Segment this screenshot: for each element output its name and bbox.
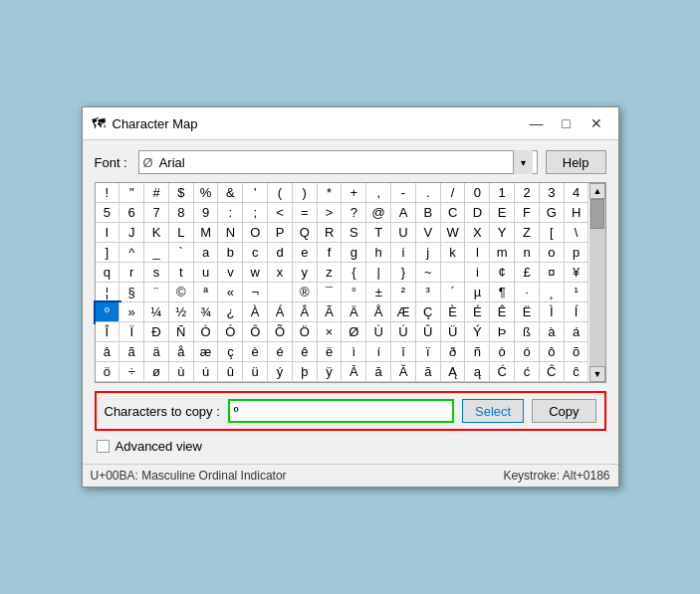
char-cell[interactable]: å [169,342,194,362]
char-cell[interactable]: z [318,263,343,283]
char-cell[interactable]: p [565,243,589,263]
char-cell[interactable]: Á [268,302,293,322]
char-cell[interactable]: ć [515,362,540,382]
scroll-down-button[interactable]: ▼ [589,366,605,382]
char-cell[interactable]: , [366,183,391,203]
char-cell[interactable]: Ò [194,322,219,342]
char-cell[interactable]: © [169,283,194,302]
char-cell[interactable]: ² [391,283,416,302]
char-cell[interactable]: Û [416,322,441,342]
char-cell[interactable]: ¾ [194,302,219,322]
char-cell[interactable]: i [391,243,416,263]
char-cell[interactable]: W [441,223,466,243]
char-cell[interactable]: ' [243,183,268,203]
char-cell[interactable]: L [169,223,194,243]
char-cell[interactable]: ð [441,342,466,362]
char-cell[interactable]: Ü [441,322,466,342]
char-cell[interactable]: c [243,243,268,263]
char-cell[interactable]: Ñ [169,322,194,342]
char-cell[interactable]: j [416,243,441,263]
char-cell[interactable]: Ą [441,362,466,382]
char-cell[interactable]: ï [416,342,441,362]
char-cell[interactable]: Ã [318,302,343,322]
char-cell[interactable]: . [416,183,441,203]
char-cell[interactable]: Ó [218,322,243,342]
char-cell[interactable]: 7 [144,203,169,223]
char-cell[interactable]: ´ [441,283,466,302]
char-cell[interactable]: ? [342,203,366,223]
char-cell[interactable]: @ [366,203,391,223]
char-cell[interactable]: m [490,243,515,263]
char-cell[interactable]: ` [169,243,194,263]
char-cell[interactable]: Ć [490,362,515,382]
char-cell[interactable]: 4 [565,183,589,203]
char-cell[interactable]: ~ [416,263,441,283]
char-cell[interactable]: µ [465,283,490,302]
char-cell[interactable]: $ [169,183,194,203]
scrollbar[interactable]: ▲ ▼ [589,183,605,382]
scroll-up-button[interactable]: ▲ [589,183,605,199]
char-cell[interactable]: 9 [194,203,219,223]
scroll-track[interactable] [590,199,605,366]
char-cell[interactable]: 5 [96,203,120,223]
char-cell[interactable]: ó [515,342,540,362]
char-cell[interactable]: Ú [391,322,416,342]
char-cell[interactable]: É [465,302,490,322]
char-cell[interactable]: S [342,223,366,243]
char-cell[interactable]: n [515,243,540,263]
char-cell[interactable]: U [391,223,416,243]
char-cell[interactable]: \ [565,223,589,243]
char-cell[interactable]: È [441,302,466,322]
char-cell[interactable]: _ [144,243,169,263]
char-cell[interactable]: Ë [515,302,540,322]
copy-input[interactable] [228,399,454,423]
char-cell[interactable]: ½ [169,302,194,322]
char-cell[interactable]: â [96,342,120,362]
char-cell[interactable]: ñ [465,342,490,362]
char-cell[interactable]: Î [96,322,120,342]
char-cell[interactable]: G [540,203,565,223]
char-cell[interactable]: 8 [169,203,194,223]
char-cell[interactable]: X [465,223,490,243]
char-cell[interactable]: t [169,263,194,283]
select-button[interactable]: Select [462,399,524,423]
char-cell[interactable]: í [366,342,391,362]
char-cell[interactable]: ā [366,362,391,382]
char-cell[interactable]: 6 [119,203,144,223]
char-cell[interactable]: Ç [416,302,441,322]
char-cell[interactable]: ß [515,322,540,342]
char-cell[interactable]: Õ [268,322,293,342]
char-cell[interactable]: < [268,203,293,223]
char-cell[interactable]: M [194,223,219,243]
char-cell[interactable]: ^ [119,243,144,263]
char-cell[interactable]: D [465,203,490,223]
char-cell[interactable]: ¥ [565,263,589,283]
char-cell[interactable]: à [540,322,565,342]
scroll-thumb[interactable] [590,199,604,229]
char-cell[interactable]: £ [515,263,540,283]
char-cell[interactable]: # [144,183,169,203]
advanced-view-checkbox[interactable] [97,440,110,453]
char-cell[interactable]: T [366,223,391,243]
char-cell[interactable]: e [293,243,318,263]
char-cell[interactable]: ª [194,283,219,302]
char-cell[interactable]: Ă [391,362,416,382]
char-cell[interactable]: ) [293,183,318,203]
char-cell[interactable]: & [218,183,243,203]
char-cell[interactable]: ³ [416,283,441,302]
char-cell[interactable]: ĉ [565,362,589,382]
char-cell[interactable]: v [218,263,243,283]
char-cell[interactable]: | [366,263,391,283]
char-cell[interactable]: æ [194,342,219,362]
char-cell[interactable] [441,263,466,283]
char-cell[interactable]: ý [268,362,293,382]
char-cell[interactable]: î [391,342,416,362]
char-cell[interactable]: þ [293,362,318,382]
char-cell[interactable]: Å [366,302,391,322]
char-cell[interactable]: ç [218,342,243,362]
char-cell[interactable]: ê [293,342,318,362]
char-cell[interactable]: ă [416,362,441,382]
char-cell[interactable]: a [194,243,219,263]
char-cell[interactable]: % [194,183,219,203]
char-cell[interactable]: Ā [342,362,366,382]
